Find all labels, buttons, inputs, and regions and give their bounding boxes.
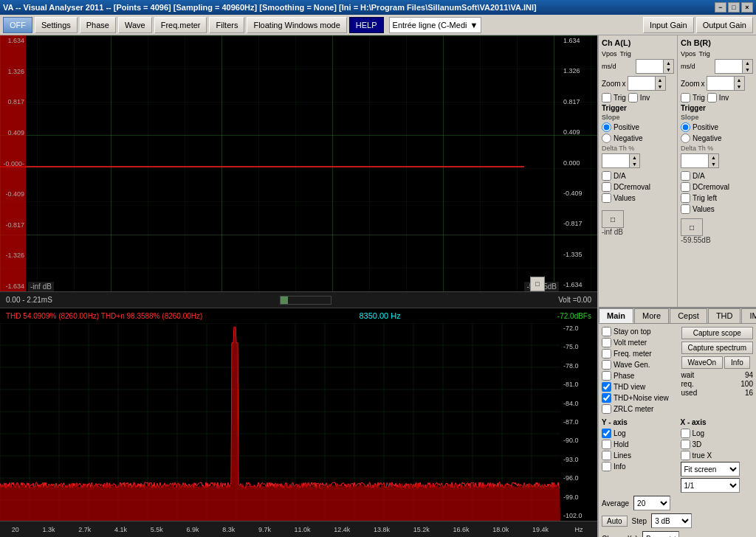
tab-more[interactable]: More [634, 308, 669, 323]
volt-meter-check[interactable] [602, 338, 611, 347]
ch-a-dcremoval-check[interactable] [602, 182, 611, 192]
ch-b-trig-check[interactable] [681, 93, 690, 103]
output-gain-button[interactable]: Output Gain [696, 17, 753, 33]
ch-a-delta-up[interactable]: ▲ [629, 154, 639, 161]
ch-b-values-check[interactable] [681, 204, 690, 214]
ch-b-zoom-down[interactable]: ▼ [734, 83, 744, 90]
zrlc-check[interactable] [602, 404, 611, 414]
maximize-button[interactable]: □ [728, 2, 740, 13]
ch-b-negative-row: Negative [681, 134, 753, 143]
settings-button[interactable]: Settings [35, 17, 78, 33]
ch-b-delta-up[interactable]: ▲ [708, 154, 718, 161]
phase-check[interactable] [602, 371, 611, 381]
ch-b-ms-spinbox[interactable]: 0.2176 ▲ ▼ [715, 59, 753, 74]
ch-a-ms-up[interactable]: ▲ [663, 60, 673, 66]
osc-bottom-bar: 0.00 - 2.21mS Volt =0.00 [0, 291, 597, 308]
wave-button[interactable]: Wave [118, 17, 152, 33]
step-select[interactable]: 3 dB [651, 513, 692, 528]
ch-a-zoom-spinbox[interactable]: 1 ▲ ▼ [628, 76, 666, 91]
ch-a-db-btn[interactable]: □ [602, 210, 624, 228]
ch-a-ms-spinbox[interactable]: 0.2176 ▲ ▼ [636, 59, 674, 74]
ch-b-ms-up[interactable]: ▲ [742, 60, 752, 66]
stay-on-top-check[interactable] [602, 327, 611, 336]
fraction-select[interactable]: 1/1 [681, 478, 740, 493]
auto-button[interactable]: Auto [602, 516, 628, 527]
ch-a-negative-radio[interactable] [602, 134, 611, 143]
tab-cepst[interactable]: Cepst [670, 308, 707, 323]
ch-a-delta-input[interactable]: 25 [602, 154, 629, 167]
ch-b-dcremoval-check[interactable] [681, 182, 690, 192]
ch-a-delta-down[interactable]: ▼ [629, 161, 639, 167]
spec-top-bar: THD 54.0909% (8260.00Hz) THD+n 98.3588% … [0, 308, 597, 323]
ch-a-inv-check[interactable] [628, 93, 638, 103]
ch-b-db-btn[interactable]: □ [681, 218, 703, 236]
feature-checkboxes-row1: Stay on top Volt meter Freq. meter [602, 327, 753, 415]
floating-windows-button[interactable]: Floating Windows mode [247, 17, 346, 33]
capture-scope-button[interactable]: Capture scope [681, 327, 753, 339]
avg-select[interactable]: 20 [633, 496, 670, 510]
ch-b-delta-down[interactable]: ▼ [708, 161, 718, 167]
ch-b-delta-input[interactable]: 25 [681, 154, 708, 167]
info-button[interactable]: Info [724, 356, 750, 369]
thd-view-check[interactable] [602, 382, 611, 392]
capture-spectrum-button[interactable]: Capture spectrum [681, 342, 753, 354]
phase-button[interactable]: Phase [80, 17, 116, 33]
help-button[interactable]: HELP [349, 17, 384, 33]
osc-left-btn[interactable]: □ [530, 277, 545, 291]
truex-check[interactable] [681, 451, 690, 460]
tab-main[interactable]: Main [599, 308, 633, 323]
ch-b-negative-radio[interactable] [681, 134, 690, 143]
ch-a-delta-spinbox[interactable]: 25 ▲ ▼ [602, 153, 640, 168]
ch-b-inv-check[interactable] [707, 93, 717, 103]
ch-b-trigleft-check[interactable] [681, 193, 690, 203]
close-button[interactable]: × [741, 2, 753, 13]
ch-a-ms-down[interactable]: ▼ [663, 66, 673, 73]
ch-a-da-check[interactable] [602, 171, 611, 181]
log-y-check[interactable] [602, 429, 611, 438]
ch-b-delta-spinbox[interactable]: 25 ▲ ▼ [681, 153, 719, 168]
ch-a-zoom-down[interactable]: ▼ [655, 83, 665, 90]
threed-check[interactable] [681, 440, 690, 449]
log-x-check[interactable] [681, 429, 690, 438]
ch-a-ms-input[interactable]: 0.2176 [636, 60, 663, 73]
input-dropdown[interactable]: Entrée ligne (C-Medi ▼ [389, 17, 482, 33]
freq-meter-button[interactable]: Freq.meter [154, 17, 207, 33]
ch-b-zoom-input[interactable]: 1 [707, 77, 734, 90]
oscilloscope-signal [0, 35, 597, 308]
tab-thd[interactable]: THD [708, 308, 741, 323]
ch-b-delta-label: Delta Th % [681, 145, 753, 152]
lines-y-check[interactable] [602, 451, 611, 460]
ch-b-ms-input[interactable]: 0.2176 [715, 60, 742, 73]
tab-imd[interactable]: IMD [741, 308, 756, 323]
ch-b-positive-radio[interactable] [681, 122, 690, 132]
phase-label: Phase [614, 372, 634, 380]
ch-a-positive-radio[interactable] [602, 122, 611, 132]
ch-b-ms-down[interactable]: ▼ [742, 66, 752, 73]
ch-a-zoom-input[interactable]: 1 [628, 77, 655, 90]
ch-b-zoom-up[interactable]: ▲ [734, 77, 744, 83]
ch-b-zoom-spinbox[interactable]: 1 ▲ ▼ [707, 76, 745, 91]
ch-a-positive-label: Positive [614, 123, 639, 131]
hold-y-check[interactable] [602, 440, 611, 449]
channel-select[interactable]: B [642, 531, 679, 537]
freq-meter-check[interactable] [602, 349, 611, 358]
ch-a-values-check[interactable] [602, 193, 611, 203]
ch-b-da-check[interactable] [681, 171, 690, 181]
minimize-button[interactable]: − [715, 2, 726, 13]
input-gain-button[interactable]: Input Gain [643, 17, 694, 33]
ch-a-delta-label: Delta Th % [602, 145, 674, 152]
wave-on-button[interactable]: WaveOn [681, 356, 724, 369]
off-button[interactable]: OFF [3, 17, 32, 33]
fit-screen-select[interactable]: Fit screen [681, 462, 740, 477]
wave-gen-check[interactable] [602, 360, 611, 370]
ch-b-dcremoval-label: DCremoval [693, 183, 729, 191]
ch-a-trig-check[interactable] [602, 93, 611, 103]
ch-b-dcremoval-row: DCremoval [681, 182, 753, 192]
ch-a-zoom-up[interactable]: ▲ [655, 77, 665, 83]
thd-noise-check[interactable] [602, 393, 611, 403]
osc-volt-display: Volt =0.00 [558, 296, 591, 304]
info-y-check[interactable] [602, 462, 611, 471]
right-panel: Ch A(L) Vpos Trig ms/d 0.2176 ▲ ▼ [597, 35, 756, 537]
step-label: Step [632, 517, 647, 525]
filters-button[interactable]: Filters [209, 17, 244, 33]
